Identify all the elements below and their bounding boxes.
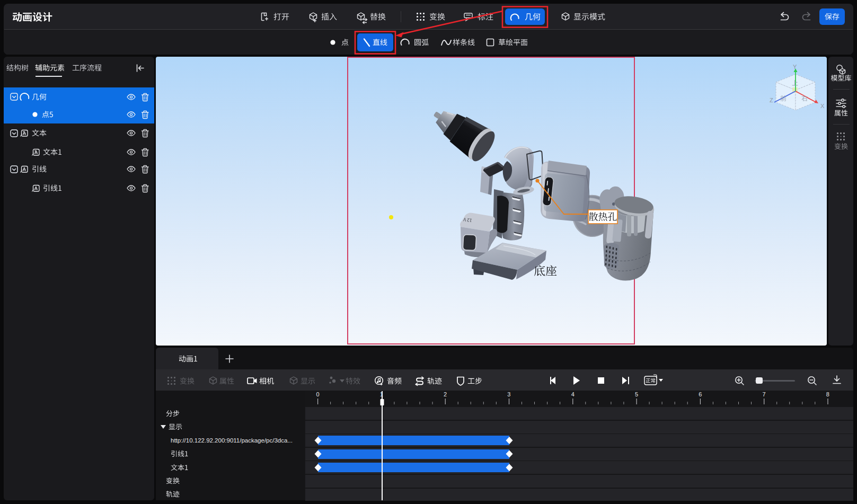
- svg-text:6: 6: [699, 391, 702, 397]
- svg-text:0: 0: [316, 391, 319, 397]
- svg-text:Y: Y: [793, 64, 797, 70]
- svg-text:3: 3: [507, 391, 510, 397]
- svg-text:5: 5: [635, 391, 638, 397]
- svg-text:1: 1: [380, 391, 383, 397]
- svg-text:8: 8: [826, 391, 829, 397]
- svg-text:7: 7: [763, 391, 766, 397]
- svg-text:2: 2: [444, 391, 447, 397]
- svg-text:Z: Z: [770, 97, 773, 103]
- svg-text:4: 4: [571, 391, 575, 397]
- svg-text:X: X: [820, 103, 825, 109]
